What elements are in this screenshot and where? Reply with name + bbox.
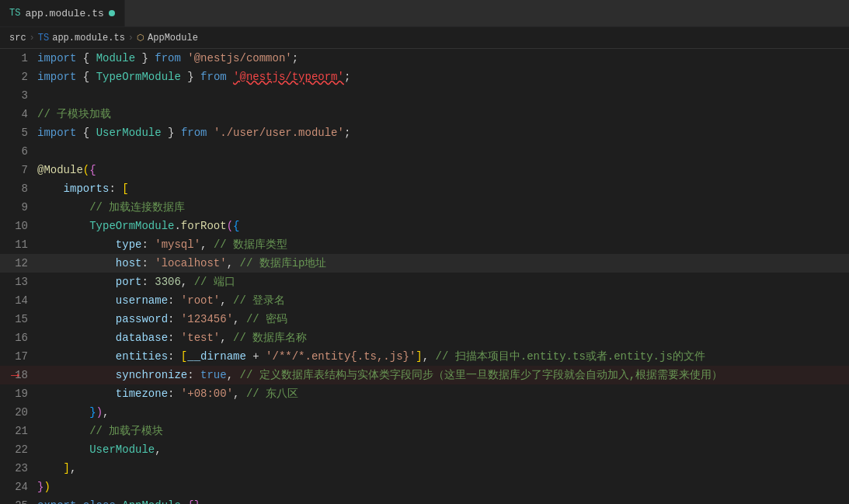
line-content[interactable]: import { UserModule } from './user/user.… bbox=[37, 123, 849, 142]
line-row: 15 password: '123456', // 密码 bbox=[0, 310, 849, 328]
line-number: 21 bbox=[0, 422, 37, 440]
line-number: 18 bbox=[0, 366, 37, 384]
typescript-file-icon: TS bbox=[9, 8, 20, 19]
line-number: 23 bbox=[0, 459, 37, 478]
breadcrumb-sep-2: › bbox=[128, 33, 134, 43]
breadcrumb-symbol[interactable]: AppModule bbox=[148, 33, 198, 43]
line-number: 10 bbox=[0, 217, 37, 235]
tab-filename: app.module.ts bbox=[25, 8, 103, 19]
tab-bar: TS app.module.ts bbox=[0, 0, 849, 27]
line-number: 17 bbox=[0, 347, 37, 366]
line-content[interactable]: // 加载连接数据库 bbox=[37, 198, 849, 217]
line-row: 8 imports: [ bbox=[0, 179, 849, 198]
line-content[interactable]: type: 'mysql', // 数据库类型 bbox=[37, 235, 849, 254]
line-row: 22 UserModule, bbox=[0, 440, 849, 459]
breadcrumb-src[interactable]: src bbox=[9, 33, 26, 43]
line-number: 5 bbox=[0, 123, 37, 142]
line-number: 1 bbox=[0, 49, 37, 68]
line-number: 15 bbox=[0, 310, 37, 328]
line-number: 25 bbox=[0, 496, 37, 504]
line-content[interactable]: TypeOrmModule.forRoot({ bbox=[37, 217, 849, 235]
line-content[interactable]: }) bbox=[37, 478, 849, 496]
line-number: 8 bbox=[0, 179, 37, 198]
line-number: 11 bbox=[0, 235, 37, 254]
line-number: 7 bbox=[0, 161, 37, 179]
breadcrumb-ts-icon: TS bbox=[38, 33, 49, 43]
line-row: →18 synchronize: true, // 定义数据库表结构与实体类字段… bbox=[0, 366, 849, 384]
breadcrumb-file[interactable]: app.module.ts bbox=[52, 33, 125, 43]
line-content[interactable]: synchronize: true, // 定义数据库表结构与实体类字段同步（这… bbox=[37, 366, 849, 384]
line-number: 2 bbox=[0, 68, 37, 86]
breadcrumb: src › TS app.module.ts › ⬡ AppModule bbox=[0, 27, 849, 49]
line-row: 20 }), bbox=[0, 403, 849, 422]
tab-modified-indicator bbox=[109, 10, 115, 16]
line-content[interactable]: // 加载子模块 bbox=[37, 422, 849, 440]
line-row: 5import { UserModule } from './user/user… bbox=[0, 123, 849, 142]
tab-app-module[interactable]: TS app.module.ts bbox=[0, 0, 125, 26]
line-number: 12 bbox=[0, 254, 37, 273]
line-row: 4// 子模块加载 bbox=[0, 105, 849, 123]
line-content[interactable]: host: 'localhost', // 数据库ip地址 bbox=[37, 254, 849, 273]
line-row: 9 // 加载连接数据库 bbox=[0, 198, 849, 217]
line-row: 12 host: 'localhost', // 数据库ip地址 bbox=[0, 254, 849, 273]
line-number: 13 bbox=[0, 273, 37, 291]
line-number: 9 bbox=[0, 198, 37, 217]
line-row: 21 // 加载子模块 bbox=[0, 422, 849, 440]
line-content[interactable]: database: 'test', // 数据库名称 bbox=[37, 328, 849, 347]
breadcrumb-class-icon: ⬡ bbox=[137, 33, 144, 43]
code-editor[interactable]: 1import { Module } from '@nestjs/common'… bbox=[0, 49, 849, 504]
line-content[interactable]: password: '123456', // 密码 bbox=[37, 310, 849, 328]
line-content[interactable]: // 子模块加载 bbox=[37, 105, 849, 123]
line-row: 24}) bbox=[0, 478, 849, 496]
line-row: 11 type: 'mysql', // 数据库类型 bbox=[0, 235, 849, 254]
line-content[interactable]: export class AppModule {} bbox=[37, 496, 849, 504]
line-content[interactable]: timezone: '+08:00', // 东八区 bbox=[37, 384, 849, 403]
line-number: 19 bbox=[0, 384, 37, 403]
line-row: 2import { TypeOrmModule } from '@nestjs/… bbox=[0, 68, 849, 86]
line-number: 22 bbox=[0, 440, 37, 459]
line-row: 17 entities: [__dirname + '/**/*.entity{… bbox=[0, 347, 849, 366]
line-number: 14 bbox=[0, 291, 37, 310]
line-content[interactable]: import { TypeOrmModule } from '@nestjs/t… bbox=[37, 68, 849, 86]
line-content[interactable]: username: 'root', // 登录名 bbox=[37, 291, 849, 310]
line-row: 25export class AppModule {} bbox=[0, 496, 849, 504]
line-content[interactable]: port: 3306, // 端口 bbox=[37, 273, 849, 291]
line-number: 4 bbox=[0, 105, 37, 123]
line-row: 19 timezone: '+08:00', // 东八区 bbox=[0, 384, 849, 403]
line-content[interactable]: import { Module } from '@nestjs/common'; bbox=[37, 49, 849, 68]
line-number: 24 bbox=[0, 478, 37, 496]
code-lines: 1import { Module } from '@nestjs/common'… bbox=[0, 49, 849, 504]
line-row: 13 port: 3306, // 端口 bbox=[0, 273, 849, 291]
line-number: 16 bbox=[0, 328, 37, 347]
line-row: 3 bbox=[0, 86, 849, 105]
line-content[interactable]: imports: [ bbox=[37, 179, 849, 198]
line-row: 14 username: 'root', // 登录名 bbox=[0, 291, 849, 310]
line-number: 3 bbox=[0, 86, 37, 105]
line-row: 1import { Module } from '@nestjs/common'… bbox=[0, 49, 849, 68]
line-content[interactable]: @Module({ bbox=[37, 161, 849, 179]
line-row: 6 bbox=[0, 142, 849, 161]
line-row: 7@Module({ bbox=[0, 161, 849, 179]
line-content[interactable]: UserModule, bbox=[37, 440, 849, 459]
line-number: 6 bbox=[0, 142, 37, 161]
line-content[interactable] bbox=[37, 86, 849, 105]
line-row: 23 ], bbox=[0, 459, 849, 478]
breadcrumb-sep-1: › bbox=[30, 33, 35, 43]
line-content[interactable]: entities: [__dirname + '/**/*.entity{.ts… bbox=[37, 347, 849, 366]
line-content[interactable]: ], bbox=[37, 459, 849, 478]
line-content[interactable] bbox=[37, 142, 849, 161]
line-content[interactable]: }), bbox=[37, 403, 849, 422]
line-row: 10 TypeOrmModule.forRoot({ bbox=[0, 217, 849, 235]
line-number: 20 bbox=[0, 403, 37, 422]
line-row: 16 database: 'test', // 数据库名称 bbox=[0, 328, 849, 347]
